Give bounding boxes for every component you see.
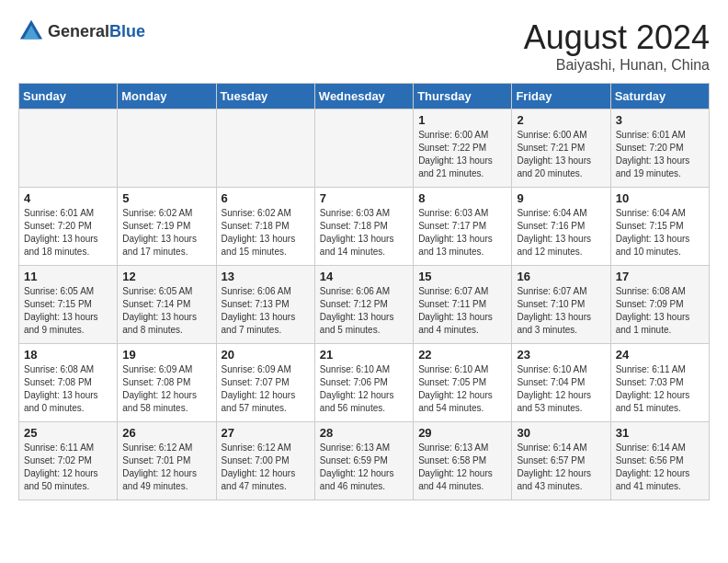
day-info: Sunrise: 6:07 AM Sunset: 7:11 PM Dayligh… [418,285,506,337]
day-number: 5 [122,191,210,205]
calendar-cell: 27Sunrise: 6:12 AM Sunset: 7:00 PM Dayli… [216,422,314,500]
col-friday: Friday [512,84,610,109]
calendar-cell: 28Sunrise: 6:13 AM Sunset: 6:59 PM Dayli… [314,422,413,500]
calendar-week-1: 1Sunrise: 6:00 AM Sunset: 7:22 PM Daylig… [19,109,710,188]
calendar-cell: 25Sunrise: 6:11 AM Sunset: 7:02 PM Dayli… [19,422,118,500]
day-number: 10 [616,191,704,205]
calendar-cell: 22Sunrise: 6:10 AM Sunset: 7:05 PM Dayli… [414,344,512,422]
day-info: Sunrise: 6:02 AM Sunset: 7:19 PM Dayligh… [122,207,210,259]
day-number: 20 [222,348,310,362]
day-info: Sunrise: 6:12 AM Sunset: 7:00 PM Dayligh… [222,442,310,493]
col-sunday: Sunday [19,84,118,109]
day-number: 25 [24,426,112,440]
day-info: Sunrise: 6:09 AM Sunset: 7:08 PM Dayligh… [122,363,210,415]
day-info: Sunrise: 6:01 AM Sunset: 7:20 PM Dayligh… [616,129,704,180]
calendar-cell [216,109,314,188]
header-row: Sunday Monday Tuesday Wednesday Thursday… [19,84,710,109]
calendar-week-3: 11Sunrise: 6:05 AM Sunset: 7:15 PM Dayli… [19,266,710,344]
day-info: Sunrise: 6:11 AM Sunset: 7:02 PM Dayligh… [24,442,112,493]
calendar-cell: 2Sunrise: 6:00 AM Sunset: 7:21 PM Daylig… [512,109,610,188]
calendar-cell: 9Sunrise: 6:04 AM Sunset: 7:16 PM Daylig… [512,188,610,266]
title-block: August 2024 Baiyashi, Hunan, China [524,18,710,74]
day-number: 17 [616,270,704,283]
calendar-week-4: 18Sunrise: 6:08 AM Sunset: 7:08 PM Dayli… [19,344,710,422]
day-info: Sunrise: 6:08 AM Sunset: 7:09 PM Dayligh… [616,285,704,337]
calendar-cell [19,109,118,188]
calendar-cell [118,109,216,188]
day-info: Sunrise: 6:09 AM Sunset: 7:07 PM Dayligh… [222,363,310,415]
day-info: Sunrise: 6:13 AM Sunset: 6:58 PM Dayligh… [418,442,506,493]
day-number: 18 [24,348,112,362]
day-number: 3 [616,113,704,127]
calendar-cell: 13Sunrise: 6:06 AM Sunset: 7:13 PM Dayli… [216,266,314,344]
day-number: 22 [418,348,506,362]
calendar-cell: 10Sunrise: 6:04 AM Sunset: 7:15 PM Dayli… [610,188,709,266]
day-number: 29 [418,426,506,440]
calendar-header: Sunday Monday Tuesday Wednesday Thursday… [19,84,710,109]
col-monday: Monday [118,84,216,109]
day-info: Sunrise: 6:05 AM Sunset: 7:14 PM Dayligh… [122,285,210,337]
calendar-cell: 14Sunrise: 6:06 AM Sunset: 7:12 PM Dayli… [314,266,413,344]
calendar-cell: 8Sunrise: 6:03 AM Sunset: 7:17 PM Daylig… [414,188,512,266]
day-number: 27 [222,426,310,440]
logo-icon [18,18,44,44]
calendar-cell: 15Sunrise: 6:07 AM Sunset: 7:11 PM Dayli… [414,266,512,344]
location-title: Baiyashi, Hunan, China [524,57,710,74]
day-info: Sunrise: 6:06 AM Sunset: 7:13 PM Dayligh… [222,285,310,337]
day-number: 1 [418,113,506,127]
day-number: 9 [517,191,605,205]
day-info: Sunrise: 6:03 AM Sunset: 7:18 PM Dayligh… [320,207,408,259]
col-tuesday: Tuesday [216,84,314,109]
day-info: Sunrise: 6:05 AM Sunset: 7:15 PM Dayligh… [24,285,112,337]
day-number: 12 [122,270,210,283]
calendar-cell: 30Sunrise: 6:14 AM Sunset: 6:57 PM Dayli… [512,422,610,500]
calendar-cell: 17Sunrise: 6:08 AM Sunset: 7:09 PM Dayli… [610,266,709,344]
calendar-cell: 29Sunrise: 6:13 AM Sunset: 6:58 PM Dayli… [414,422,512,500]
day-number: 7 [320,191,408,205]
calendar-cell: 6Sunrise: 6:02 AM Sunset: 7:18 PM Daylig… [216,188,314,266]
day-number: 21 [320,348,408,362]
day-info: Sunrise: 6:07 AM Sunset: 7:10 PM Dayligh… [517,285,605,337]
calendar-cell: 31Sunrise: 6:14 AM Sunset: 6:56 PM Dayli… [610,422,709,500]
calendar-cell: 19Sunrise: 6:09 AM Sunset: 7:08 PM Dayli… [118,344,216,422]
calendar-cell: 7Sunrise: 6:03 AM Sunset: 7:18 PM Daylig… [314,188,413,266]
calendar-cell: 12Sunrise: 6:05 AM Sunset: 7:14 PM Dayli… [118,266,216,344]
day-info: Sunrise: 6:13 AM Sunset: 6:59 PM Dayligh… [320,442,408,493]
day-info: Sunrise: 6:10 AM Sunset: 7:05 PM Dayligh… [418,363,506,415]
day-info: Sunrise: 6:14 AM Sunset: 6:57 PM Dayligh… [517,442,605,493]
day-info: Sunrise: 6:02 AM Sunset: 7:18 PM Dayligh… [222,207,310,259]
calendar-cell: 4Sunrise: 6:01 AM Sunset: 7:20 PM Daylig… [19,188,118,266]
calendar-cell: 16Sunrise: 6:07 AM Sunset: 7:10 PM Dayli… [512,266,610,344]
calendar-cell: 1Sunrise: 6:00 AM Sunset: 7:22 PM Daylig… [414,109,512,188]
day-info: Sunrise: 6:10 AM Sunset: 7:04 PM Dayligh… [517,363,605,415]
logo-blue: Blue [109,22,145,40]
day-number: 13 [222,270,310,283]
calendar-cell: 21Sunrise: 6:10 AM Sunset: 7:06 PM Dayli… [314,344,413,422]
day-info: Sunrise: 6:03 AM Sunset: 7:17 PM Dayligh… [418,207,506,259]
day-number: 6 [222,191,310,205]
day-number: 30 [517,426,605,440]
calendar-body: 1Sunrise: 6:00 AM Sunset: 7:22 PM Daylig… [19,109,710,500]
calendar-cell: 23Sunrise: 6:10 AM Sunset: 7:04 PM Dayli… [512,344,610,422]
day-number: 15 [418,270,506,283]
page-header: GeneralBlue August 2024 Baiyashi, Hunan,… [18,18,710,74]
col-saturday: Saturday [610,84,709,109]
col-wednesday: Wednesday [314,84,413,109]
day-number: 19 [122,348,210,362]
calendar-cell: 11Sunrise: 6:05 AM Sunset: 7:15 PM Dayli… [19,266,118,344]
day-number: 23 [517,348,605,362]
calendar-cell: 20Sunrise: 6:09 AM Sunset: 7:07 PM Dayli… [216,344,314,422]
day-info: Sunrise: 6:04 AM Sunset: 7:15 PM Dayligh… [616,207,704,259]
day-info: Sunrise: 6:00 AM Sunset: 7:22 PM Dayligh… [418,129,506,180]
day-info: Sunrise: 6:06 AM Sunset: 7:12 PM Dayligh… [320,285,408,337]
day-number: 14 [320,270,408,283]
day-number: 11 [24,270,112,283]
calendar-cell: 3Sunrise: 6:01 AM Sunset: 7:20 PM Daylig… [610,109,709,188]
day-number: 24 [616,348,704,362]
day-info: Sunrise: 6:08 AM Sunset: 7:08 PM Dayligh… [24,363,112,415]
day-info: Sunrise: 6:11 AM Sunset: 7:03 PM Dayligh… [616,363,704,415]
calendar-cell [314,109,413,188]
logo-general: General [48,22,109,40]
col-thursday: Thursday [414,84,512,109]
day-info: Sunrise: 6:00 AM Sunset: 7:21 PM Dayligh… [517,129,605,180]
